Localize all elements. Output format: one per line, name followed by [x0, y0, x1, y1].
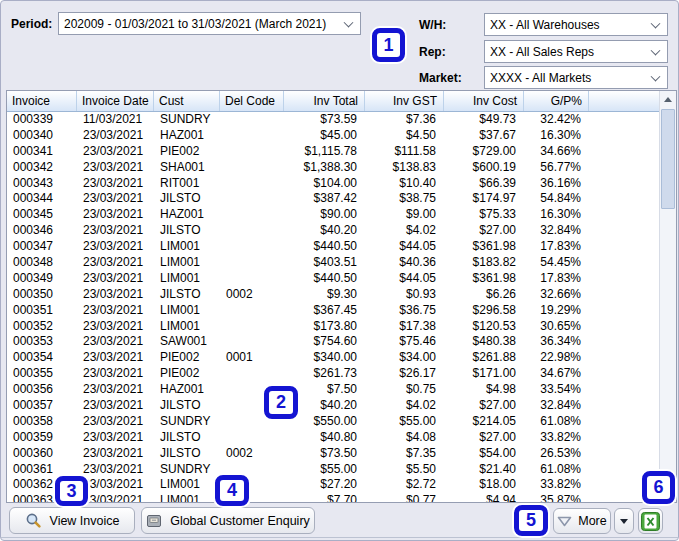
column-header-invoice[interactable]: Invoice [7, 91, 77, 111]
table-row[interactable]: 00034023/03/2021HAZ001$45.00$4.50$37.671… [7, 128, 659, 144]
table-cell: 30.65% [524, 319, 589, 335]
table-cell [220, 207, 284, 223]
table-cell: 23/03/2021 [77, 223, 154, 239]
table-cell: $171.00 [444, 366, 524, 382]
table-cell: $21.40 [444, 462, 524, 478]
table-cell: $55.00 [365, 414, 444, 430]
table-cell: 000347 [7, 239, 77, 255]
table-cell: 36.34% [524, 334, 589, 350]
table-cell [220, 334, 284, 350]
table-row[interactable]: 00036023/03/2021JILSTO0002$73.50$7.35$54… [7, 446, 659, 462]
table-row[interactable]: 00035723/03/2021JILSTO$40.20$4.02$27.003… [7, 398, 659, 414]
table-row[interactable]: 00034823/03/2021LIM001$403.51$40.36$183.… [7, 255, 659, 271]
table-row[interactable]: 00034223/03/2021SHA001$1,388.30$138.83$6… [7, 160, 659, 176]
callout-1: 1 [372, 28, 405, 62]
column-header-inv-cost[interactable]: Inv Cost [444, 91, 524, 111]
table-cell: $440.50 [284, 271, 365, 287]
table-cell: 000345 [7, 207, 77, 223]
table-row[interactable]: 00035523/03/2021PIE002$261.73$26.17$171.… [7, 366, 659, 382]
table-row[interactable]: 00034723/03/2021LIM001$440.50$44.05$361.… [7, 239, 659, 255]
callout-5: 5 [514, 505, 548, 536]
table-cell: $361.98 [444, 239, 524, 255]
column-header-inv-gst[interactable]: Inv GST [365, 91, 444, 111]
table-row[interactable]: 00035823/03/2021SUNDRY$550.00$55.00$214.… [7, 414, 659, 430]
more-options-arrow-button[interactable] [614, 508, 634, 534]
column-header-del-code[interactable]: Del Code [220, 91, 284, 111]
table-row[interactable]: 00034123/03/2021PIE002$1,115.78$111.58$7… [7, 144, 659, 160]
rep-select[interactable]: XX - All Sales Reps [484, 40, 668, 63]
table-row[interactable]: 00036123/03/2021SUNDRY$55.00$5.50$21.406… [7, 462, 659, 478]
table-cell: 23/03/2021 [77, 191, 154, 207]
table-row[interactable]: 00035923/03/2021JILSTO$40.80$4.08$27.003… [7, 430, 659, 446]
table-row[interactable]: 00035023/03/2021JILSTO0002$9.30$0.93$6.2… [7, 287, 659, 303]
table-cell: 000351 [7, 303, 77, 319]
arrow-down-icon [620, 519, 628, 524]
table-cell: 32.84% [524, 398, 589, 414]
warehouse-select[interactable]: XX - All Warehouses [484, 13, 668, 36]
table-cell: 0002 [220, 287, 284, 303]
table-cell: $7.35 [365, 446, 444, 462]
invoice-table-body: 00033911/03/2021SUNDRY$73.59$7.36$49.733… [7, 112, 659, 502]
table-row[interactable]: 00035623/03/2021HAZ001$7.50$0.75$4.9833.… [7, 382, 659, 398]
table-cell [220, 128, 284, 144]
table-cell: 17.83% [524, 271, 589, 287]
table-cell: 000341 [7, 144, 77, 160]
export-to-excel-button[interactable] [638, 508, 663, 534]
table-row[interactable]: 00035423/03/2021PIE0020001$340.00$34.00$… [7, 350, 659, 366]
table-row[interactable]: 00034423/03/2021JILSTO$387.42$38.75$174.… [7, 191, 659, 207]
table-row[interactable]: 00034923/03/2021LIM001$440.50$44.05$361.… [7, 271, 659, 287]
table-cell: $138.83 [365, 160, 444, 176]
table-cell: LIM001 [154, 319, 220, 335]
scroll-up-button[interactable] [660, 91, 676, 107]
table-cell: $729.00 [444, 144, 524, 160]
period-select[interactable]: 202009 - 01/03/2021 to 31/03/2021 (March… [58, 12, 361, 35]
period-select-value: 202009 - 01/03/2021 to 31/03/2021 (March… [64, 17, 326, 31]
table-row[interactable]: 00034623/03/2021JILSTO$40.20$4.02$27.003… [7, 223, 659, 239]
market-select[interactable]: XXXX - All Markets [484, 66, 668, 89]
table-cell [220, 112, 284, 128]
column-header-inv-total[interactable]: Inv Total [284, 91, 365, 111]
scrollbar-thumb[interactable] [661, 109, 675, 209]
table-cell [220, 176, 284, 192]
table-cell: $90.00 [284, 207, 365, 223]
table-cell: LIM001 [154, 271, 220, 287]
table-cell: 34.67% [524, 366, 589, 382]
table-cell: SUNDRY [154, 414, 220, 430]
excel-icon [641, 512, 660, 531]
table-cell: 0001 [220, 350, 284, 366]
invoice-table: InvoiceInvoice DateCustDel CodeInv Total… [6, 90, 677, 503]
table-cell: 000357 [7, 398, 77, 414]
table-cell: $75.46 [365, 334, 444, 350]
table-cell: $38.75 [365, 191, 444, 207]
rep-select-value: XX - All Sales Reps [490, 45, 594, 59]
table-cell: JILSTO [154, 446, 220, 462]
vertical-scrollbar[interactable] [659, 91, 676, 502]
table-row[interactable]: 00035123/03/2021LIM001$367.45$36.75$296.… [7, 303, 659, 319]
more-button[interactable]: More [553, 508, 611, 534]
table-cell: 19.29% [524, 303, 589, 319]
table-row[interactable]: 00035323/03/2021SAW001$754.60$75.46$480.… [7, 334, 659, 350]
view-invoice-button[interactable]: View Invoice [9, 507, 135, 534]
table-cell: $367.45 [284, 303, 365, 319]
table-row[interactable]: 00034323/03/2021RIT001$104.00$10.40$66.3… [7, 176, 659, 192]
column-header-cust[interactable]: Cust [154, 91, 220, 111]
table-cell: LIM001 [154, 255, 220, 271]
table-cell: $4.08 [365, 430, 444, 446]
table-row[interactable]: 00034523/03/2021HAZ001$90.00$9.00$75.331… [7, 207, 659, 223]
table-cell: SAW001 [154, 334, 220, 350]
table-row[interactable]: 00036323/03/2021LIM001$7.70$0.77$4.9435.… [7, 493, 659, 502]
table-row[interactable]: 00036223/03/2021LIM001$27.20$2.72$18.003… [7, 477, 659, 493]
table-cell [220, 144, 284, 160]
table-cell: 0002 [220, 446, 284, 462]
table-cell: $9.00 [365, 207, 444, 223]
table-cell: $36.75 [365, 303, 444, 319]
column-header-invoice-date[interactable]: Invoice Date [77, 91, 154, 111]
table-cell: 23/03/2021 [77, 334, 154, 350]
table-cell: $0.93 [365, 287, 444, 303]
column-header-g-p-[interactable]: G/P% [524, 91, 589, 111]
global-customer-enquiry-button[interactable]: Global Customer Enquiry [141, 507, 315, 534]
table-row[interactable]: 00033911/03/2021SUNDRY$73.59$7.36$49.733… [7, 112, 659, 128]
table-row[interactable]: 00035223/03/2021LIM001$173.80$17.38$120.… [7, 319, 659, 335]
table-cell: HAZ001 [154, 207, 220, 223]
table-cell: 33.54% [524, 382, 589, 398]
